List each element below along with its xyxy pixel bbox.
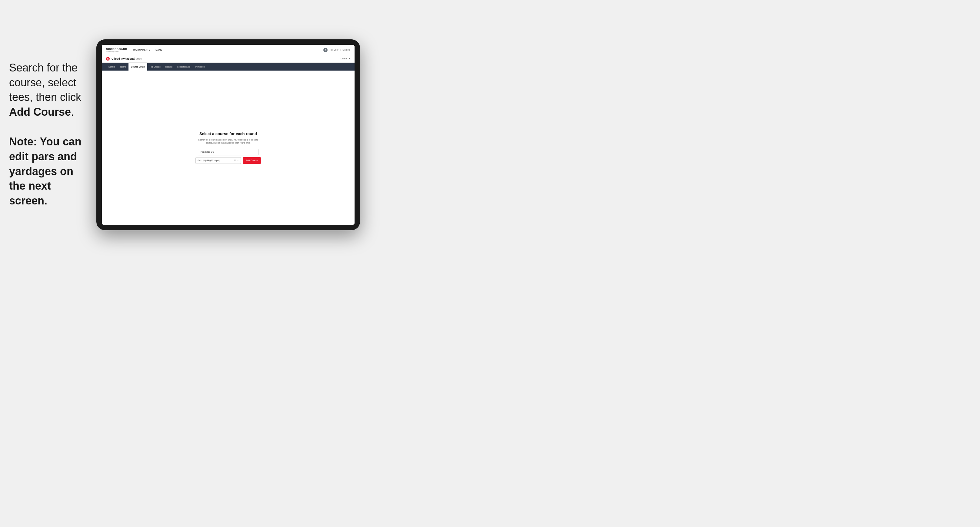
cancel-button[interactable]: Cancel ✕	[340, 57, 350, 60]
tee-select-value: Gold (M) (M) (7010 yds)	[197, 159, 220, 162]
annotation-period: .	[71, 106, 74, 118]
tee-select-row: Gold (M) (M) (7010 yds) ✕ ⌄ Add Course	[196, 157, 261, 164]
tab-teams[interactable]: Teams	[117, 63, 129, 71]
tee-select[interactable]: Gold (M) (M) (7010 yds) ✕ ⌄	[196, 157, 241, 164]
tee-controls: ✕ ⌄	[234, 159, 239, 162]
logo-area: SCOREBOARD Powered by clippd	[106, 48, 127, 52]
tab-results[interactable]: Results	[163, 63, 175, 71]
tablet-screen: SCOREBOARD Powered by clippd TOURNAMENTS…	[102, 45, 355, 225]
tab-printables[interactable]: Printables	[193, 63, 207, 71]
tournament-header: C Clippd Invitational (Men) Cancel ✕	[102, 55, 355, 63]
tablet-device: SCOREBOARD Powered by clippd TOURNAMENTS…	[96, 40, 360, 230]
tee-arrow-icon[interactable]: ⌄	[237, 159, 239, 162]
annotation-area: Search for thecourse, selecttees, then c…	[9, 60, 91, 208]
nav-links: TOURNAMENTS TEAMS	[133, 49, 323, 51]
tab-leaderboards[interactable]: Leaderboards	[175, 63, 193, 71]
section-description: Search for a course and select a tee. Yo…	[198, 138, 258, 144]
tournament-title: Clippd Invitational	[111, 57, 135, 60]
nav-right: T Test User | Sign out	[323, 48, 350, 52]
tab-bar: Details Teams Course Setup Tee Groups Re…	[102, 63, 355, 71]
logo-subtitle: Powered by clippd	[106, 51, 127, 52]
tab-course-setup[interactable]: Course Setup	[129, 63, 147, 71]
tab-details[interactable]: Details	[106, 63, 117, 71]
main-content: Select a course for each round Search fo…	[102, 71, 355, 225]
cancel-x-icon: ✕	[348, 57, 350, 60]
section-title: Select a course for each round	[199, 132, 257, 136]
tournament-icon: C	[106, 57, 110, 60]
top-nav: SCOREBOARD Powered by clippd TOURNAMENTS…	[102, 45, 355, 55]
logo-title: SCOREBOARD	[106, 48, 127, 51]
nav-separator: |	[340, 49, 340, 51]
tee-clear-icon[interactable]: ✕	[234, 159, 236, 162]
course-search-input[interactable]	[198, 149, 258, 156]
nav-teams[interactable]: TEAMS	[154, 49, 162, 51]
tournament-subtitle: (Men)	[136, 58, 142, 60]
annotation-bold: Add Course	[9, 106, 71, 118]
annotation-text: Search for thecourse, selecttees, then c…	[9, 60, 91, 119]
sign-out-link[interactable]: Sign out	[342, 49, 350, 51]
nav-tournaments[interactable]: TOURNAMENTS	[133, 49, 150, 51]
note-label: Note:	[9, 135, 37, 148]
annotation-note: Note: You can edit pars and yardages on …	[9, 135, 91, 208]
add-course-button[interactable]: Add Course	[243, 157, 261, 164]
tab-tee-groups[interactable]: Tee Groups	[147, 63, 163, 71]
user-label: Test User	[329, 49, 339, 51]
user-avatar: T	[323, 48, 328, 52]
